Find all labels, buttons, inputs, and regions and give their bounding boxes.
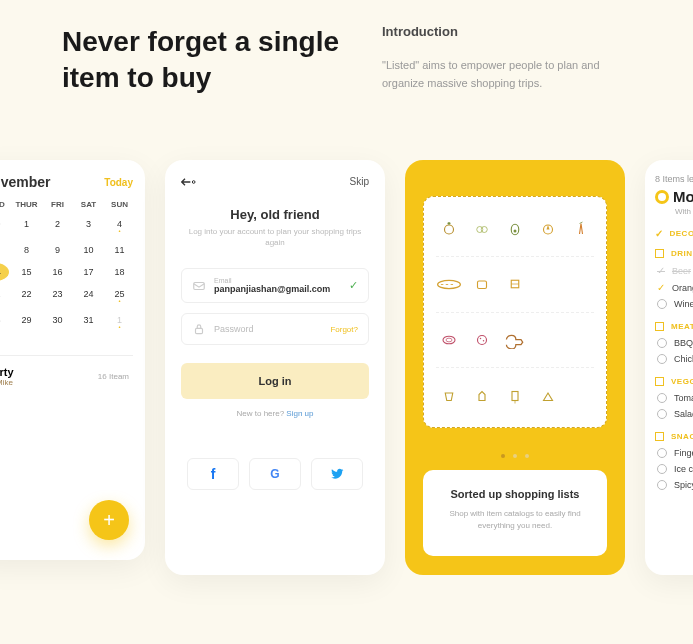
list-item[interactable]: Salad bbox=[655, 406, 693, 422]
calendar-day[interactable]: 14 bbox=[0, 263, 9, 281]
calendar-day[interactable]: 21 bbox=[0, 285, 9, 307]
catalog-item-icon[interactable] bbox=[469, 215, 496, 242]
email-field[interactable]: Email panpanjiashan@gmail.com ✓ bbox=[181, 268, 369, 303]
google-button[interactable]: G bbox=[249, 458, 301, 490]
login-button[interactable]: Log in bbox=[181, 363, 369, 399]
circle-icon bbox=[657, 354, 667, 364]
catalog-item-icon[interactable] bbox=[534, 271, 561, 298]
calendar-day[interactable]: 31 bbox=[75, 311, 102, 333]
calendar-day[interactable]: 1 bbox=[106, 311, 133, 333]
twitter-icon bbox=[330, 467, 344, 481]
calendar-day[interactable]: 23 bbox=[44, 285, 71, 307]
svg-rect-1 bbox=[194, 282, 205, 289]
catalog-item-icon[interactable] bbox=[502, 327, 529, 354]
calendar-day[interactable]: 30 bbox=[0, 215, 9, 237]
add-button[interactable]: + bbox=[89, 500, 129, 540]
calendar-today-link[interactable]: Today bbox=[104, 177, 133, 188]
catalog-item-icon[interactable] bbox=[436, 215, 463, 242]
catalog-item-icon[interactable] bbox=[502, 215, 529, 242]
checkbox-icon bbox=[655, 432, 664, 441]
signup-link[interactable]: Sign up bbox=[286, 409, 313, 418]
event-user: 👤Mike bbox=[0, 378, 14, 387]
catalog-item-icon[interactable] bbox=[567, 215, 594, 242]
check-icon: ✓ bbox=[657, 265, 665, 276]
calendar-day[interactable]: 3 bbox=[75, 215, 102, 237]
login-title: Hey, old friend bbox=[181, 207, 369, 222]
calendar-day[interactable]: 7 bbox=[0, 241, 9, 259]
twitter-button[interactable] bbox=[311, 458, 363, 490]
weekday-label: SAT bbox=[75, 200, 102, 209]
calendar-day[interactable]: 11 bbox=[106, 241, 133, 259]
calendar-day[interactable]: 22 bbox=[13, 285, 40, 307]
lock-icon bbox=[192, 322, 206, 336]
calendar-day[interactable]: 29 bbox=[13, 311, 40, 333]
catalog-item-icon[interactable] bbox=[502, 271, 529, 298]
facebook-button[interactable]: f bbox=[187, 458, 239, 490]
list-item[interactable]: Wine bbox=[655, 296, 693, 312]
calendar-day[interactable]: 18 bbox=[106, 263, 133, 281]
screen-login: Skip Hey, old friend Log into your accou… bbox=[165, 160, 385, 575]
skip-link[interactable]: Skip bbox=[350, 176, 369, 187]
calendar-event[interactable]: Party 👤Mike 16 Iteam bbox=[0, 355, 133, 397]
list-item[interactable]: BBQ sausage bbox=[655, 335, 693, 351]
check-icon: ✓ bbox=[349, 279, 358, 292]
event-count: 16 Iteam bbox=[98, 372, 129, 381]
catalog-item-icon[interactable] bbox=[436, 382, 463, 409]
list-item[interactable]: Spicy chips bbox=[655, 477, 693, 493]
calendar-day[interactable]: 1 bbox=[13, 215, 40, 237]
catalog-item-icon[interactable] bbox=[534, 382, 561, 409]
calendar-day[interactable]: 15 bbox=[13, 263, 40, 281]
facebook-icon: f bbox=[211, 466, 216, 482]
signup-prompt: New to here? Sign up bbox=[181, 409, 369, 418]
list-section-header[interactable]: SNACK bbox=[655, 432, 693, 441]
svg-point-0 bbox=[192, 180, 195, 183]
catalog-item-icon[interactable] bbox=[469, 382, 496, 409]
calendar-day[interactable]: 30 bbox=[44, 311, 71, 333]
calendar-day[interactable]: 2 bbox=[44, 215, 71, 237]
catalog-item-icon[interactable] bbox=[502, 382, 529, 409]
catalog-item-icon[interactable] bbox=[469, 271, 496, 298]
calendar-day[interactable]: 16 bbox=[44, 263, 71, 281]
svg-point-16 bbox=[480, 338, 482, 340]
list-section-header[interactable]: DRINK bbox=[655, 249, 693, 258]
catalog-item-icon[interactable] bbox=[534, 327, 561, 354]
calendar-day[interactable]: 25 bbox=[106, 285, 133, 307]
catalog-text: Shop with item catalogs to easily find e… bbox=[435, 508, 595, 532]
email-value: panpanjiashan@gmail.com bbox=[214, 284, 341, 294]
calendar-day[interactable]: 10 bbox=[75, 241, 102, 259]
list-section-header[interactable]: VEGGIE bbox=[655, 377, 693, 386]
hint-text: Hint is bbox=[655, 501, 693, 508]
login-subtitle: Log into your account to plan your shopp… bbox=[181, 226, 369, 248]
intro-label: Introduction bbox=[382, 24, 612, 39]
calendar-day[interactable]: 9 bbox=[44, 241, 71, 259]
circle-icon bbox=[657, 464, 667, 474]
calendar-day[interactable]: 4 bbox=[106, 215, 133, 237]
list-item[interactable]: Ice cream bbox=[655, 461, 693, 477]
dot bbox=[513, 454, 517, 458]
calendar-day[interactable]: 24 bbox=[75, 285, 102, 307]
catalog-item-icon[interactable] bbox=[469, 327, 496, 354]
list-section-header[interactable]: ✓DECORATION bbox=[655, 228, 693, 239]
list-item[interactable]: ✓Beer bbox=[655, 262, 693, 279]
weekday-label: SUN bbox=[106, 200, 133, 209]
intro-text: "Listed" aims to empower people to plan … bbox=[382, 57, 612, 92]
list-marker-icon bbox=[655, 190, 669, 204]
list-item[interactable]: Chicken breas bbox=[655, 351, 693, 367]
password-field[interactable]: Password Forgot? bbox=[181, 313, 369, 345]
list-section-header[interactable]: MEAT bbox=[655, 322, 693, 331]
catalog-item-icon[interactable] bbox=[567, 382, 594, 409]
calendar-day[interactable]: 8 bbox=[13, 241, 40, 259]
back-icon[interactable] bbox=[181, 177, 197, 187]
catalog-item-icon[interactable] bbox=[436, 327, 463, 354]
list-item[interactable]: Finger biscuit bbox=[655, 445, 693, 461]
catalog-item-icon[interactable] bbox=[436, 271, 463, 298]
list-item[interactable]: Tomato bbox=[655, 390, 693, 406]
catalog-item-icon[interactable] bbox=[567, 271, 594, 298]
calendar-day[interactable]: 17 bbox=[75, 263, 102, 281]
forgot-link[interactable]: Forgot? bbox=[330, 325, 358, 334]
catalog-item-icon[interactable] bbox=[567, 327, 594, 354]
calendar-day[interactable]: 28 bbox=[0, 311, 9, 333]
weekday-label: FRI bbox=[44, 200, 71, 209]
catalog-item-icon[interactable] bbox=[534, 215, 561, 242]
list-item[interactable]: ✓Orange juice bbox=[655, 279, 693, 296]
